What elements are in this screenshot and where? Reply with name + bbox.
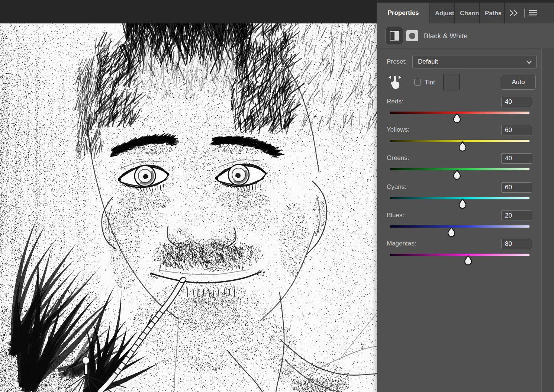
auto-button[interactable]: Auto (501, 75, 536, 90)
slider-thumb[interactable] (464, 255, 473, 266)
tint-color-swatch[interactable] (443, 74, 460, 90)
slider-label: Greens: (387, 154, 409, 162)
slider-value-input[interactable]: 60 (501, 125, 532, 135)
panel-content: Preset: Default Tint Auto Red (377, 48, 554, 392)
app-bar (0, 0, 377, 23)
slider-value-input[interactable]: 80 (501, 239, 532, 249)
slider-thumb[interactable] (452, 170, 461, 180)
tint-label: Tint (425, 79, 435, 86)
tab-paths[interactable]: Paths (480, 3, 505, 23)
slider-row: Blues:20 (377, 211, 554, 237)
tab-adjustments[interactable]: Adjustments (430, 3, 455, 23)
panel-tab-bar: Properties Adjustments Channels Paths (377, 0, 554, 23)
slider-row: Yellows:60 (377, 125, 554, 151)
tint-checkbox[interactable] (414, 79, 421, 86)
layer-mask-icon[interactable] (406, 30, 418, 41)
slider-label: Magentas: (387, 240, 416, 247)
slider-thumb[interactable] (458, 141, 467, 152)
slider-row: Magentas:80 (377, 239, 554, 265)
panel-menu-icon[interactable] (529, 10, 538, 16)
photoshop-window: Properties Adjustments Channels Paths Bl… (0, 0, 554, 392)
slider-label: Reds: (387, 98, 403, 105)
slider-track[interactable] (390, 254, 529, 256)
document-canvas[interactable] (0, 23, 377, 392)
targeted-adjustment-icon[interactable] (388, 75, 402, 90)
slider-row: Greens:40 (377, 153, 554, 179)
properties-panel: Properties Adjustments Channels Paths Bl… (377, 0, 554, 392)
bw-adjustment-icon[interactable] (386, 27, 403, 44)
slider-row: Reds:40 (377, 97, 554, 123)
tab-channels[interactable]: Channels (455, 3, 480, 23)
slider-label: Blues: (387, 212, 404, 219)
preset-label: Preset: (387, 58, 407, 65)
chevron-down-icon (526, 61, 532, 64)
slider-label: Cyans: (387, 183, 406, 191)
panel-scroll-gutter[interactable] (541, 49, 554, 392)
slider-value-input[interactable]: 40 (501, 153, 532, 164)
slider-value-input[interactable]: 60 (501, 182, 532, 193)
toolbar-separator (524, 9, 525, 17)
slider-value-input[interactable]: 20 (501, 211, 532, 221)
slider-track[interactable] (390, 225, 529, 228)
slider-value-input[interactable]: 40 (501, 97, 532, 107)
adjustment-title: Black & White (424, 23, 468, 48)
slider-thumb[interactable] (452, 113, 461, 123)
adjustment-header: Black & White (377, 23, 554, 48)
slider-thumb[interactable] (447, 227, 456, 237)
slider-label: Yellows: (387, 126, 410, 134)
slider-row: Cyans:60 (377, 182, 554, 208)
tab-properties[interactable]: Properties (377, 3, 430, 23)
overflow-chevrons-icon[interactable] (509, 10, 520, 16)
preset-select[interactable]: Default (412, 55, 537, 68)
slider-thumb[interactable] (458, 199, 467, 209)
preset-value: Default (418, 58, 438, 65)
